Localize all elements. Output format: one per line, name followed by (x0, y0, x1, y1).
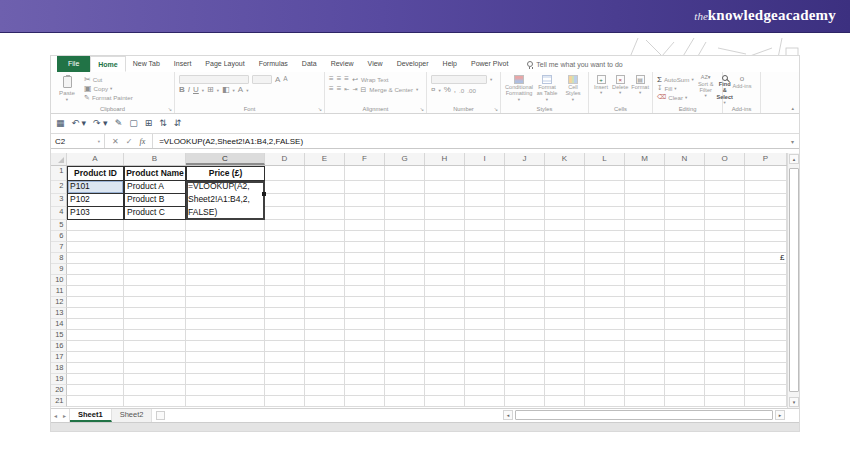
cell-J19[interactable] (505, 374, 545, 385)
cell-B2[interactable]: Product A (124, 181, 186, 194)
scroll-down-button[interactable]: ▾ (789, 397, 799, 407)
row-header-16[interactable]: 16 (51, 341, 67, 352)
cell-G17[interactable] (385, 352, 425, 363)
cell-I15[interactable] (465, 330, 505, 341)
cell-N11[interactable] (665, 286, 705, 297)
cell-G1[interactable] (385, 166, 425, 181)
cell-M18[interactable] (625, 363, 665, 374)
sort-asc-icon[interactable]: ⇅ (159, 119, 167, 128)
cell-K11[interactable] (545, 286, 585, 297)
decrease-indent-icon[interactable]: ⇤ (344, 86, 349, 92)
cell-B10[interactable] (124, 275, 186, 286)
cell-F19[interactable] (345, 374, 385, 385)
number-format-combobox[interactable] (431, 75, 487, 84)
cell-I18[interactable] (465, 363, 505, 374)
cut-button[interactable]: ✂Cut (84, 75, 133, 84)
scroll-right-button[interactable]: ▸ (775, 410, 785, 420)
cell-A10[interactable] (67, 275, 124, 286)
cell-G2[interactable] (385, 181, 425, 194)
cell-I14[interactable] (465, 319, 505, 330)
cell-F10[interactable] (345, 275, 385, 286)
cell-G13[interactable] (385, 308, 425, 319)
cell-L2[interactable] (585, 181, 625, 194)
cell-D5[interactable] (265, 220, 305, 231)
cell-H16[interactable] (425, 341, 465, 352)
cell-H8[interactable] (425, 253, 465, 264)
cell-I11[interactable] (465, 286, 505, 297)
cell-P3[interactable] (745, 194, 787, 207)
cell-N17[interactable] (665, 352, 705, 363)
underline-button[interactable]: U (193, 86, 199, 94)
cell-F15[interactable] (345, 330, 385, 341)
cell-G9[interactable] (385, 264, 425, 275)
cell-P16[interactable] (745, 341, 787, 352)
cell-O3[interactable] (705, 194, 745, 207)
cell-J7[interactable] (505, 242, 545, 253)
cell-D19[interactable] (265, 374, 305, 385)
cell-J17[interactable] (505, 352, 545, 363)
cell-G5[interactable] (385, 220, 425, 231)
cell-P17[interactable] (745, 352, 787, 363)
increase-indent-icon[interactable]: ⇥ (352, 86, 357, 92)
cell-P14[interactable] (745, 319, 787, 330)
cell-L10[interactable] (585, 275, 625, 286)
name-box[interactable]: C2 ▾ (51, 134, 105, 148)
font-size-combobox[interactable] (252, 75, 272, 84)
cell-P11[interactable] (745, 286, 787, 297)
cell-O13[interactable] (705, 308, 745, 319)
cell-C10[interactable] (186, 275, 265, 286)
row-header-9[interactable]: 9 (51, 264, 67, 275)
column-header-H[interactable]: H (425, 153, 465, 165)
cell-F5[interactable] (345, 220, 385, 231)
cell-G19[interactable] (385, 374, 425, 385)
tab-new-tab[interactable]: New Tab (126, 56, 167, 72)
cell-J14[interactable] (505, 319, 545, 330)
scroll-left-button[interactable]: ◂ (503, 410, 513, 420)
font-color-button[interactable]: A (238, 86, 243, 94)
cell-M1[interactable] (625, 166, 665, 181)
cell-N13[interactable] (665, 308, 705, 319)
row-header-19[interactable]: 19 (51, 374, 67, 385)
fill-color-button[interactable]: ◧ (222, 86, 230, 94)
tab-help[interactable]: Help (436, 56, 464, 72)
cell-B19[interactable] (124, 374, 186, 385)
cell-E17[interactable] (305, 352, 345, 363)
cell-J2[interactable] (505, 181, 545, 194)
cell-F2[interactable] (345, 181, 385, 194)
cell-G20[interactable] (385, 385, 425, 396)
cell-F11[interactable] (345, 286, 385, 297)
cell-F14[interactable] (345, 319, 385, 330)
cell-D20[interactable] (265, 385, 305, 396)
cell-P10[interactable] (745, 275, 787, 286)
cell-E7[interactable] (305, 242, 345, 253)
cell-K8[interactable] (545, 253, 585, 264)
sort-filter-button[interactable]: AZ▾ Sort & Filter▾ (698, 75, 714, 105)
cell-I12[interactable] (465, 297, 505, 308)
cell-J6[interactable] (505, 231, 545, 242)
cell-A1[interactable]: Product ID (67, 166, 124, 181)
cell-M12[interactable] (625, 297, 665, 308)
cell-K19[interactable] (545, 374, 585, 385)
font-dialog-launcher[interactable]: ↘ (318, 106, 322, 112)
cell-O10[interactable] (705, 275, 745, 286)
cell-J5[interactable] (505, 220, 545, 231)
cell-B16[interactable] (124, 341, 186, 352)
cell-C8[interactable] (186, 253, 265, 264)
cell-H2[interactable] (425, 181, 465, 194)
cell-P15[interactable] (745, 330, 787, 341)
cell-N3[interactable] (665, 194, 705, 207)
cell-K5[interactable] (545, 220, 585, 231)
cell-C4[interactable]: FALSE) (186, 207, 265, 220)
cell-K2[interactable] (545, 181, 585, 194)
cell-O15[interactable] (705, 330, 745, 341)
cell-N1[interactable] (665, 166, 705, 181)
tab-review[interactable]: Review (324, 56, 361, 72)
cell-O20[interactable] (705, 385, 745, 396)
cell-C2[interactable]: =VLOOKUP(A2, (186, 181, 265, 194)
vertical-scrollbar[interactable]: ▴ ▾ (787, 153, 799, 408)
tab-formulas[interactable]: Formulas (252, 56, 295, 72)
cell-N4[interactable] (665, 207, 705, 220)
cell-L21[interactable] (585, 396, 625, 407)
redo-icon[interactable]: ↷ ▾ (93, 119, 108, 128)
horizontal-scrollbar[interactable]: ◂ ▸ (503, 409, 785, 421)
